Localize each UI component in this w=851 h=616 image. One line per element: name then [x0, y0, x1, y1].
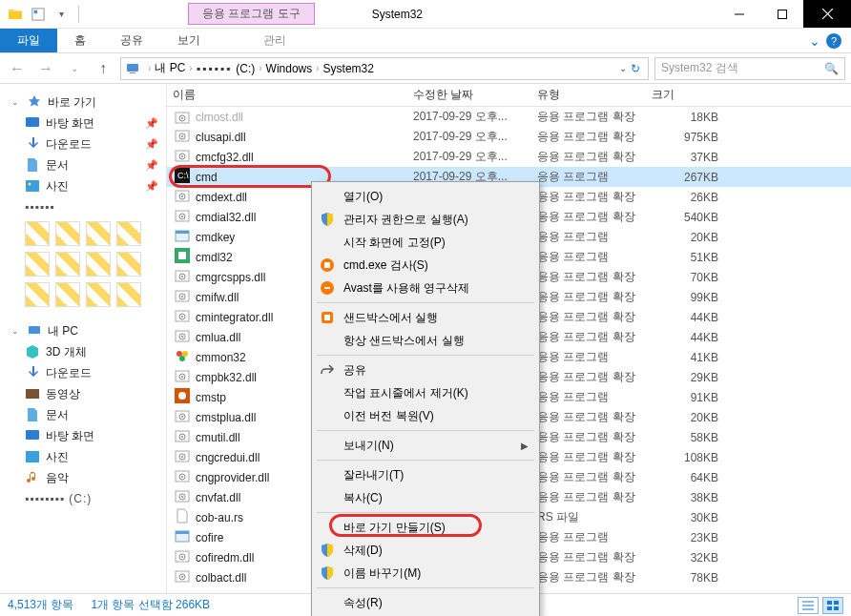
file-icon [175, 368, 190, 386]
context-menu-item[interactable]: 이전 버전 복원(V) [315, 404, 536, 427]
thumb[interactable] [25, 221, 50, 246]
help-icon[interactable]: ? [826, 33, 841, 49]
context-menu-item[interactable]: cmd.exe 검사(S) [315, 254, 536, 277]
refresh-icon[interactable]: ↻ [631, 62, 640, 75]
nav-forward-button[interactable]: → [34, 57, 57, 80]
context-menu-item-label: 복사(C) [343, 490, 529, 506]
context-menu-item-icon [319, 361, 336, 379]
context-menu-item[interactable]: 이름 바꾸기(M) [315, 562, 536, 585]
nav-history-button[interactable]: ⌄ [63, 57, 86, 80]
file-size: 91KB [652, 391, 728, 404]
close-button[interactable] [803, 0, 851, 28]
ribbon-tab-file[interactable]: 파일 [0, 29, 57, 52]
ribbon-expand-icon[interactable]: ⌄ [809, 33, 820, 49]
svg-point-17 [181, 117, 183, 119]
breadcrumb-dropdown-icon[interactable]: ⌄ [619, 63, 627, 73]
thumb[interactable] [55, 282, 80, 307]
context-menu-item-icon [319, 466, 336, 483]
context-menu-item-icon [319, 188, 336, 205]
ribbon-tab-manage[interactable]: 관리 [246, 29, 303, 52]
nav-documents-2[interactable]: 문서 [0, 404, 166, 425]
thumb[interactable] [86, 221, 111, 246]
view-icons-button[interactable] [822, 597, 843, 614]
search-input[interactable]: System32 검색 🔍 [654, 57, 845, 80]
qat-dropdown-icon[interactable]: ▾ [52, 4, 71, 25]
context-menu-item[interactable]: 속성(R) [315, 591, 536, 614]
nav-desktop-2[interactable]: 바탕 화면 [0, 425, 166, 446]
context-menu-item[interactable]: 보내기(N)▶ [315, 434, 536, 457]
bc-pc[interactable]: 내 PC [155, 60, 185, 76]
search-placeholder: System32 검색 [661, 60, 738, 76]
bc-windows[interactable]: Windows [266, 62, 313, 75]
file-row-truncated[interactable]: clmost.dll2017-09-29 오후...응용 프로그램 확장18KB [167, 107, 851, 127]
context-menu-item[interactable]: 삭제(D) [315, 539, 536, 562]
file-icon [175, 448, 190, 466]
thumb[interactable] [55, 252, 80, 277]
thumb[interactable] [116, 282, 141, 307]
maximize-button[interactable] [760, 0, 803, 28]
bc-drive-obscured[interactable]: ▪▪▪▪▪▪ [197, 62, 233, 75]
nav-desktop[interactable]: 바탕 화면📌 [0, 113, 166, 133]
svg-rect-85 [827, 601, 832, 605]
context-menu-item[interactable]: 항상 샌드박스에서 실행 [315, 329, 536, 352]
thumb[interactable] [86, 252, 111, 277]
context-menu-item-icon [319, 309, 336, 326]
minimize-button[interactable] [717, 0, 760, 28]
search-icon[interactable]: 🔍 [824, 62, 839, 75]
thumb[interactable] [116, 252, 141, 277]
nav-quick-access[interactable]: ⌄ 바로 가기 [0, 92, 166, 113]
svg-point-10 [29, 183, 31, 186]
context-menu-item[interactable]: 열기(O) [315, 185, 536, 208]
file-icon [175, 188, 190, 206]
file-type: 응용 프로그램 [537, 229, 652, 245]
nav-pictures-2[interactable]: 사진 [0, 446, 166, 467]
view-details-button[interactable] [798, 597, 819, 614]
nav-downloads[interactable]: 다운로드📌 [0, 133, 166, 154]
nav-videos[interactable]: 동영상 [0, 383, 166, 404]
context-menu-separator [317, 355, 534, 356]
context-menu-item[interactable]: 관리자 권한으로 실행(A) [315, 208, 536, 231]
ribbon-tab-share[interactable]: 공유 [103, 29, 160, 52]
context-menu-item[interactable]: Avast를 사용해 영구삭제 [315, 277, 536, 299]
ribbon-tab-home[interactable]: 홈 [57, 29, 103, 52]
file-type: 응용 프로그램 [537, 529, 652, 545]
thumb[interactable] [25, 252, 50, 277]
nav-3d-objects[interactable]: 3D 개체 [0, 341, 166, 362]
col-name-header[interactable]: 이름 [167, 87, 413, 103]
nav-back-button[interactable]: ← [6, 57, 29, 80]
nav-pictures[interactable]: 사진📌 [0, 175, 166, 196]
context-menu-item[interactable]: 바로 가기 만들기(S) [315, 516, 536, 539]
breadcrumb[interactable]: › 내 PC › ▪▪▪▪▪▪ (C:) › Windows › System3… [120, 57, 649, 80]
thumb[interactable] [116, 221, 141, 246]
thumb[interactable] [55, 221, 80, 246]
svg-point-40 [181, 296, 183, 298]
nav-obscured-drive[interactable]: ▪▪▪▪▪▪▪▪ (C:) [0, 488, 166, 509]
nav-documents[interactable]: 문서📌 [0, 154, 166, 175]
file-row[interactable]: clusapi.dll2017-09-29 오후...응용 프로그램 확장975… [167, 127, 851, 147]
context-menu-item[interactable]: 잘라내기(T) [315, 463, 536, 486]
context-menu-item[interactable]: 작업 표시줄에서 제거(K) [315, 381, 536, 404]
svg-point-69 [181, 496, 183, 498]
svg-point-43 [181, 316, 183, 318]
col-type-header[interactable]: 유형 [537, 87, 652, 103]
col-date-header[interactable]: 수정한 날짜 [413, 87, 537, 103]
nav-obscured-1[interactable]: ▪▪▪▪▪▪ [0, 196, 166, 217]
col-size-header[interactable]: 크기 [652, 87, 728, 103]
nav-this-pc[interactable]: ⌄내 PC [0, 320, 166, 341]
file-row[interactable]: cmcfg32.dll2017-09-29 오후...응용 프로그램 확장37K… [167, 147, 851, 167]
ribbon-tab-view[interactable]: 보기 [160, 29, 218, 52]
context-menu-item-icon [319, 542, 336, 559]
thumb[interactable] [86, 282, 111, 307]
bc-system32[interactable]: System32 [323, 62, 374, 75]
thumb[interactable] [25, 282, 50, 307]
context-menu-item[interactable]: 시작 화면에 고정(P) [315, 231, 536, 254]
bc-drive[interactable]: (C:) [236, 62, 255, 75]
context-menu-item[interactable]: 샌드박스에서 실행 [315, 306, 536, 329]
context-menu-item[interactable]: 공유 [315, 359, 536, 381]
nav-downloads-2[interactable]: 다운로드 [0, 362, 166, 383]
file-type: 응용 프로그램 확장 [537, 449, 652, 465]
nav-music[interactable]: 음악 [0, 467, 166, 488]
nav-up-button[interactable]: ↑ [92, 57, 114, 80]
properties-qat-icon[interactable] [29, 4, 48, 25]
context-menu-item[interactable]: 복사(C) [315, 486, 536, 509]
